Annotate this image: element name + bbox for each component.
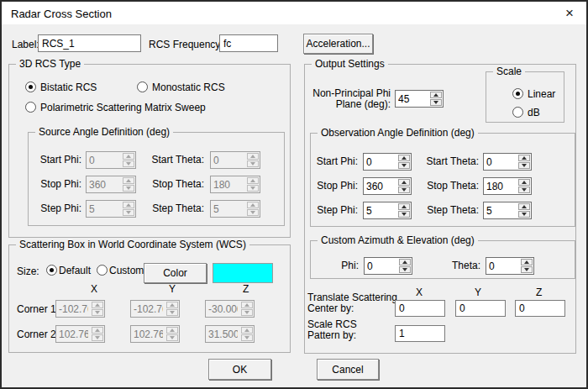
source-stop-phi-input bbox=[87, 176, 122, 192]
spin-up-button[interactable] bbox=[521, 259, 533, 265]
translate-x-input[interactable] bbox=[395, 300, 445, 317]
spin-up-button[interactable] bbox=[398, 155, 410, 161]
spin-up-button bbox=[166, 327, 178, 334]
box-column-z: Z bbox=[243, 283, 249, 295]
bistatic-radio-icon[interactable] bbox=[25, 81, 36, 92]
spin-up-button[interactable] bbox=[518, 179, 530, 186]
custom-phi-spinner[interactable] bbox=[364, 257, 412, 275]
source-step-theta-label: Step Theta: bbox=[141, 202, 204, 214]
spin-down-button[interactable] bbox=[518, 211, 530, 218]
down-arrow-icon bbox=[170, 336, 175, 339]
spin-down-button[interactable] bbox=[521, 266, 533, 273]
down-arrow-icon bbox=[522, 213, 527, 216]
obs-start-theta-spinner[interactable] bbox=[483, 153, 532, 171]
spin-down-button[interactable] bbox=[518, 187, 530, 193]
spin-up-button[interactable] bbox=[399, 259, 411, 265]
obs-step-phi-input[interactable] bbox=[364, 202, 397, 218]
bistatic-radio-label[interactable]: Bistatic RCS bbox=[40, 81, 97, 93]
label-input[interactable] bbox=[38, 34, 141, 52]
close-icon[interactable]: × bbox=[561, 5, 578, 22]
spin-up-button[interactable] bbox=[518, 155, 530, 161]
phi-plane-input[interactable] bbox=[396, 91, 429, 107]
scale-db-radio-label[interactable]: dB bbox=[528, 107, 540, 118]
spin-down-button[interactable] bbox=[430, 99, 442, 106]
source-stop-phi-label: Stop Phi: bbox=[28, 178, 81, 190]
scale-db-radio-icon[interactable] bbox=[512, 107, 523, 118]
spin-down-button[interactable] bbox=[398, 162, 410, 169]
custom-theta-input[interactable] bbox=[486, 258, 520, 274]
corner2-label: Corner 2: bbox=[17, 329, 59, 340]
up-arrow-icon bbox=[522, 181, 527, 184]
spin-up-button[interactable] bbox=[398, 203, 410, 210]
color-button[interactable]: Color bbox=[144, 263, 207, 283]
spin-down-button[interactable] bbox=[518, 162, 530, 169]
cancel-button[interactable]: Cancel bbox=[317, 359, 379, 380]
corner1-x-input bbox=[56, 301, 91, 317]
monostatic-radio-icon[interactable] bbox=[137, 81, 148, 92]
obs-step-theta-spinner[interactable] bbox=[483, 202, 532, 219]
spin-buttons bbox=[398, 258, 412, 274]
source-start-phi-input bbox=[87, 152, 122, 168]
rcs-frequency-input[interactable] bbox=[219, 34, 278, 52]
up-arrow-icon bbox=[250, 203, 255, 207]
source-stop-theta-input bbox=[211, 176, 246, 192]
corner2-x-spinner bbox=[55, 325, 105, 343]
up-arrow-icon bbox=[524, 260, 529, 264]
obs-stop-theta-input[interactable] bbox=[484, 178, 517, 194]
obs-stop-theta-spinner[interactable] bbox=[483, 177, 532, 195]
corner1-label: Corner 1: bbox=[17, 303, 59, 315]
spin-buttons bbox=[240, 301, 254, 317]
monostatic-radio-label[interactable]: Monostatic RCS bbox=[152, 81, 225, 93]
polarimetric-radio-label[interactable]: Polarimetric Scattering Matrix Sweep bbox=[40, 102, 206, 113]
polarimetric-radio-icon[interactable] bbox=[25, 102, 36, 113]
scale-group-title: Scale bbox=[493, 66, 525, 77]
custom-phi-input[interactable] bbox=[365, 258, 398, 274]
translate-z-input[interactable] bbox=[515, 300, 565, 317]
up-arrow-icon bbox=[402, 181, 407, 184]
obs-start-phi-input[interactable] bbox=[364, 154, 397, 170]
spin-down-button[interactable] bbox=[399, 266, 411, 273]
translate-label-line1: Translate Scattering bbox=[307, 292, 397, 303]
obs-start-phi-label: Start Phi: bbox=[310, 155, 358, 167]
spin-down-button bbox=[92, 334, 103, 341]
obs-step-theta-input[interactable] bbox=[484, 202, 517, 218]
size-custom-radio-icon[interactable] bbox=[97, 265, 108, 276]
spin-up-button bbox=[92, 327, 103, 334]
custom-theta-spinner[interactable] bbox=[486, 257, 534, 275]
down-arrow-icon bbox=[402, 213, 407, 216]
spin-buttons bbox=[517, 202, 531, 218]
scale-linear-radio-icon[interactable] bbox=[512, 88, 523, 99]
spin-down-button bbox=[241, 334, 253, 341]
phi-plane-spinner[interactable] bbox=[395, 90, 444, 108]
ok-button[interactable]: OK bbox=[208, 359, 271, 380]
spin-buttons bbox=[240, 326, 254, 342]
size-default-radio-label[interactable]: Default bbox=[59, 265, 91, 276]
size-custom-radio-label[interactable]: Custom bbox=[109, 265, 144, 276]
spin-up-button[interactable] bbox=[518, 203, 530, 210]
source-start-phi-label: Start Phi: bbox=[28, 154, 81, 166]
spin-up-button[interactable] bbox=[398, 179, 410, 186]
radar-cross-section-dialog: Radar Cross Section × Label: RCS Frequen… bbox=[0, 0, 588, 389]
corner2-z-input bbox=[206, 326, 240, 342]
spin-down-button[interactable] bbox=[398, 187, 410, 193]
scale-linear-radio-label[interactable]: Linear bbox=[528, 88, 555, 100]
up-arrow-icon bbox=[522, 205, 527, 208]
spin-buttons bbox=[122, 201, 135, 217]
down-arrow-icon bbox=[433, 101, 438, 104]
box-color-swatch[interactable] bbox=[213, 263, 273, 283]
source-step-theta-spinner bbox=[210, 200, 260, 218]
translate-y-input[interactable] bbox=[455, 300, 506, 317]
acceleration-button[interactable]: Acceleration... bbox=[303, 34, 373, 54]
spin-down-button[interactable] bbox=[398, 211, 410, 218]
obs-start-phi-spinner[interactable] bbox=[363, 153, 412, 171]
down-arrow-icon bbox=[402, 164, 407, 167]
size-default-radio-icon[interactable] bbox=[46, 265, 57, 276]
obs-start-theta-input[interactable] bbox=[484, 154, 517, 170]
obs-step-phi-spinner[interactable] bbox=[363, 202, 412, 219]
spin-up-button[interactable] bbox=[430, 92, 442, 98]
source-step-phi-input bbox=[87, 201, 122, 217]
down-arrow-icon bbox=[244, 311, 249, 314]
obs-stop-phi-spinner[interactable] bbox=[363, 177, 412, 195]
obs-stop-phi-input[interactable] bbox=[364, 178, 397, 194]
scale-rcs-input[interactable] bbox=[395, 325, 445, 342]
